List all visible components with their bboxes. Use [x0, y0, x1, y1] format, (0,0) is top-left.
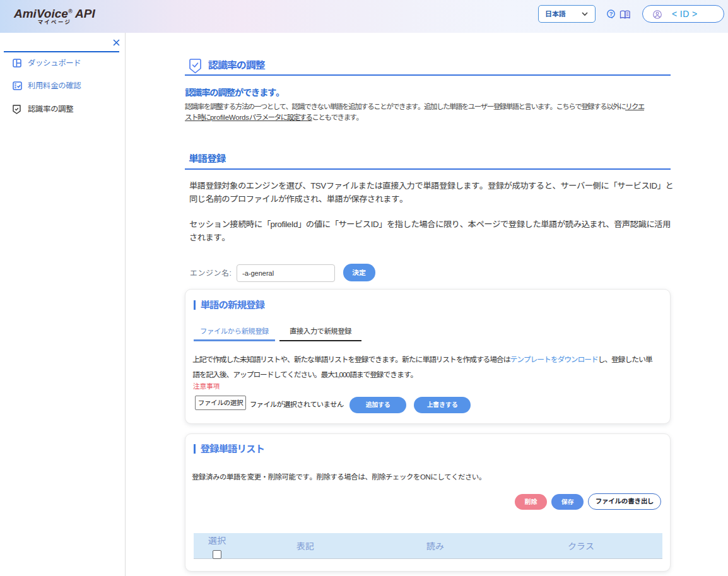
svg-text:?: ? — [609, 10, 613, 17]
